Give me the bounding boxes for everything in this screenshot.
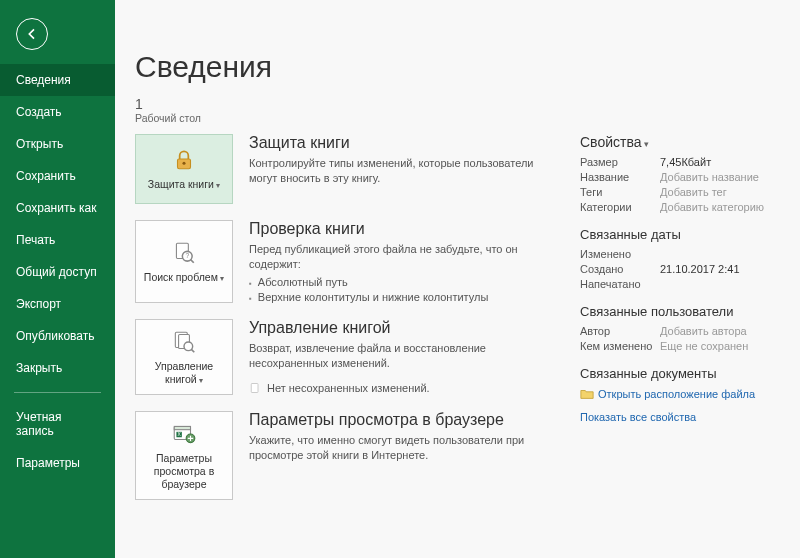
browser-view-options-button[interactable]: X Параметры просмотра в браузере (135, 411, 233, 500)
inspect-bullet: Абсолютный путь (249, 276, 560, 288)
folder-icon (580, 387, 594, 401)
manage-warn-row: Нет несохраненных изменений. (249, 378, 560, 394)
sidebar-item-new[interactable]: Создать (0, 96, 115, 128)
inspect-lead: Перед публикацией этого файла не забудьт… (249, 242, 560, 273)
related-dates-title: Связанные даты (580, 227, 780, 242)
page-title: Сведения (135, 50, 780, 84)
section-browser: X Параметры просмотра в браузере Парамет… (135, 411, 560, 500)
inspect-bullet: Верхние колонтитулы и нижние колонтитулы (249, 291, 560, 303)
document-icon (249, 382, 261, 394)
prop-row: Создано21.10.2017 2:41 (580, 263, 780, 275)
sidebar-item-open[interactable]: Открыть (0, 128, 115, 160)
manage-icon (169, 328, 199, 356)
arrow-left-icon (24, 26, 40, 42)
section-protect: Защита книги ▾ Защита книги Контролируйт… (135, 134, 560, 204)
open-file-location-link[interactable]: Открыть расположение файла (580, 387, 780, 401)
file-location: Рабочий стол (135, 112, 780, 124)
file-name: 1 (135, 96, 780, 112)
svg-text:?: ? (185, 252, 189, 259)
svg-point-7 (184, 342, 193, 351)
open-loc-label: Открыть расположение файла (598, 388, 755, 400)
prop-row: Кем измененоЕще не сохранен (580, 340, 780, 352)
lock-icon (169, 146, 199, 174)
section-inspect: ? Поиск проблем ▾ Проверка книги Перед п… (135, 220, 560, 303)
section-manage: Управление книгой ▾ Управление книгой Во… (135, 319, 560, 395)
sidebar-item-print[interactable]: Печать (0, 224, 115, 256)
inspect-title: Проверка книги (249, 220, 560, 238)
svg-rect-8 (251, 383, 258, 392)
related-people-title: Связанные пользователи (580, 304, 780, 319)
back-button[interactable] (16, 18, 48, 50)
prop-row[interactable]: КатегорииДобавить категорию (580, 201, 780, 213)
manage-text: Возврат, извлечение файла и восстановлен… (249, 341, 560, 372)
sidebar-item-account[interactable]: Учетная запись (0, 401, 115, 447)
manage-workbook-button[interactable]: Управление книгой ▾ (135, 319, 233, 395)
sidebar-item-share[interactable]: Общий доступ (0, 256, 115, 288)
prop-row[interactable]: ТегиДобавить тег (580, 186, 780, 198)
browser-icon: X (169, 420, 199, 448)
manage-warn-text: Нет несохраненных изменений. (267, 382, 430, 394)
browser-title: Параметры просмотра в браузере (249, 411, 560, 429)
inspect-btn-label: Поиск проблем (144, 271, 218, 283)
protect-workbook-button[interactable]: Защита книги ▾ (135, 134, 233, 204)
prop-row: Размер7,45Кбайт (580, 156, 780, 168)
protect-title: Защита книги (249, 134, 560, 152)
sidebar-item-options[interactable]: Параметры (0, 447, 115, 479)
prop-row[interactable]: НазваниеДобавить название (580, 171, 780, 183)
show-all-properties-link[interactable]: Показать все свойства (580, 411, 780, 423)
check-for-issues-button[interactable]: ? Поиск проблем ▾ (135, 220, 233, 303)
related-docs-title: Связанные документы (580, 366, 780, 381)
svg-rect-10 (174, 426, 190, 429)
browser-text: Укажите, что именно смогут видеть пользо… (249, 433, 560, 464)
sidebar-item-publish[interactable]: Опубликовать (0, 320, 115, 352)
main-panel: Сведения 1 Рабочий стол Защита книги ▾ З… (115, 0, 800, 558)
prop-row: Напечатано (580, 278, 780, 290)
sidebar-item-info[interactable]: Сведения (0, 64, 115, 96)
inspect-icon: ? (169, 239, 199, 267)
sidebar: Сведения Создать Открыть Сохранить Сохра… (0, 0, 115, 558)
info-sections: Защита книги ▾ Защита книги Контролируйт… (135, 134, 560, 516)
sidebar-item-export[interactable]: Экспорт (0, 288, 115, 320)
properties-title[interactable]: Свойства (580, 134, 780, 150)
prop-row[interactable]: АвторДобавить автора (580, 325, 780, 337)
sidebar-item-saveas[interactable]: Сохранить как (0, 192, 115, 224)
sidebar-item-save[interactable]: Сохранить (0, 160, 115, 192)
properties-panel: Свойства Размер7,45Кбайт НазваниеДобавит… (580, 134, 780, 516)
prop-row: Изменено (580, 248, 780, 260)
sidebar-separator (14, 392, 101, 393)
sidebar-item-close[interactable]: Закрыть (0, 352, 115, 384)
protect-btn-label: Защита книги (148, 178, 214, 190)
browser-btn-label: Параметры просмотра в браузере (140, 452, 228, 491)
svg-point-1 (182, 162, 185, 165)
protect-text: Контролируйте типы изменений, которые по… (249, 156, 560, 187)
manage-btn-label: Управление книгой (155, 360, 213, 385)
manage-title: Управление книгой (249, 319, 560, 337)
